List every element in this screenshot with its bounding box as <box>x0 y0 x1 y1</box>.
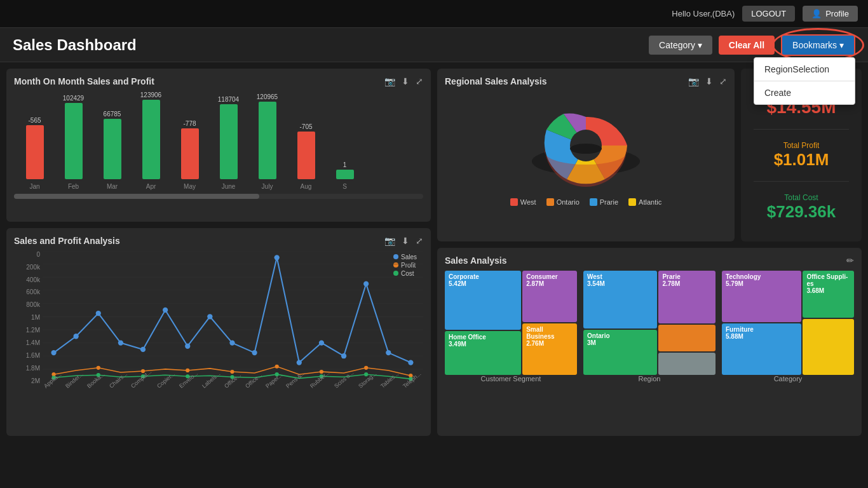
legend-atlantic: Atlantic <box>628 198 661 206</box>
camera-icon-sp[interactable]: 📷 <box>384 236 395 246</box>
candle-jan: -565 Jan <box>17 117 52 190</box>
bookmark-item-region[interactable]: RegionSelection <box>754 58 855 81</box>
total-cost-value: $729.36k <box>754 202 849 222</box>
candle-s: 1 S <box>327 161 362 190</box>
legend-ontario: Ontario <box>546 198 580 206</box>
download-icon-sp[interactable]: ⬇ <box>402 236 409 246</box>
candle-may: -778 May <box>172 120 207 190</box>
treemap-cell-homeoffice: Home Office 3.49M <box>445 331 521 375</box>
total-profit-label: Total Profit <box>754 141 849 150</box>
scrollbar-thumb <box>14 194 259 199</box>
download-icon-rs[interactable]: ⬇ <box>705 76 713 86</box>
user-icon: 👤 <box>811 9 822 18</box>
treemap-cell-smallbusiness: Small Business 2.76M <box>522 323 577 375</box>
x-axis: Applia... Binder... Booka... Chairs... C… <box>43 384 423 397</box>
candle-mar: 66785 Mar <box>95 111 130 190</box>
expand-icon[interactable]: ⤢ <box>416 76 423 86</box>
svg-point-18 <box>207 314 212 319</box>
treemap-category: Technology 5.79M Furniture 5.88M Office … <box>722 271 854 385</box>
sp-title: Sales and Profit Analysis <box>14 236 120 246</box>
treemap-region-title: Region <box>583 375 715 383</box>
svg-point-33 <box>275 364 279 368</box>
pie-legend: West Ontario Prarie Atlantic <box>510 198 661 206</box>
month-on-month-panel: Month On Month Sales and Profit 📷 ⬇ ⤢ -5… <box>6 69 431 222</box>
page-title: Sales Dashboard <box>13 36 137 54</box>
greeting-text: Hello User,(DBA) <box>672 9 735 18</box>
rs-title: Regional Sales Analysis <box>445 76 547 86</box>
svg-point-19 <box>229 340 234 345</box>
treemap-cell-consumer: Consumer 2.87M <box>522 271 577 322</box>
treemap-cell-officesupplies: Office Suppli-es 3.68M <box>803 271 854 318</box>
right-column: Regional Sales Analysis 📷 ⬇ ⤢ <box>437 69 862 436</box>
bookmark-item-create[interactable]: Create <box>754 81 855 104</box>
svg-point-25 <box>363 281 369 286</box>
sa-icons: ✏ <box>846 255 854 266</box>
expand-icon-sp[interactable]: ⤢ <box>416 236 423 246</box>
category-button[interactable]: Category ▾ <box>649 36 712 55</box>
svg-point-14 <box>118 340 123 345</box>
expand-icon-rs[interactable]: ⤢ <box>719 76 727 86</box>
svg-point-35 <box>364 365 368 369</box>
pencil-icon-sa[interactable]: ✏ <box>846 255 854 266</box>
top-nav: Hello User,(DBA) LOGOUT 👤 Profile <box>0 0 868 28</box>
camera-icon[interactable]: 📷 <box>384 76 395 86</box>
svg-point-26 <box>386 350 391 355</box>
legend-prarie: Prarie <box>590 198 618 206</box>
svg-point-20 <box>252 350 257 355</box>
panel-header-sa: Sales Analysis ✏ <box>445 255 854 266</box>
treemap-region: West 3.54M Ontario 3M Prarie 2.78M <box>583 271 715 385</box>
left-column: Month On Month Sales and Profit 📷 ⬇ ⤢ -5… <box>6 69 431 436</box>
clear-all-button[interactable]: Clear All <box>719 36 775 55</box>
sales-analysis-panel: Sales Analysis ✏ Corporate 5.42M <box>437 248 862 436</box>
svg-point-12 <box>74 334 79 339</box>
svg-point-22 <box>297 360 302 365</box>
regional-sales-panel: Regional Sales Analysis 📷 ⬇ ⤢ <box>437 69 735 241</box>
svg-point-48 <box>570 144 602 154</box>
candle-july: 120965 July <box>250 93 285 190</box>
treemap-container: Corporate 5.42M Home Office 3.49M Con <box>445 271 854 385</box>
svg-point-29 <box>97 365 100 369</box>
bookmarks-button[interactable]: Bookmarks ▾ <box>781 34 855 56</box>
camera-icon-rs[interactable]: 📷 <box>688 76 699 86</box>
header-controls: Category ▾ Clear All Bookmarks ▾ RegionS… <box>649 34 855 56</box>
svg-point-17 <box>185 343 190 348</box>
treemap-cell-corporate: Corporate 5.42M <box>445 271 521 330</box>
candle-june: 118704 June <box>211 96 246 190</box>
svg-point-15 <box>140 346 146 351</box>
line-chart-svg <box>43 251 423 383</box>
treemap-cell-ontario: Ontario 3M <box>583 330 657 375</box>
rs-icons: 📷 ⬇ ⤢ <box>688 76 727 86</box>
panel-header-sp: Sales and Profit Analysis 📷 ⬇ ⤢ <box>14 236 423 246</box>
pie-chart-svg <box>516 104 656 193</box>
mom-title: Month On Month Sales and Profit <box>14 76 154 86</box>
sales-profit-panel: Sales and Profit Analysis 📷 ⬇ ⤢ Sales <box>6 228 431 436</box>
logout-button[interactable]: LOGOUT <box>742 6 795 22</box>
line-chart-wrapper: Sales Profit Cost 2M 1.8M 1.6M <box>14 251 423 397</box>
svg-point-27 <box>408 360 413 365</box>
treemap-cell-prarie: Prarie 2.78M <box>658 271 715 323</box>
y-axis: 2M 1.8M 1.6M 1.4M 1.2M 1M 800k 600k 400k… <box>14 251 43 384</box>
panel-header-rs: Regional Sales Analysis 📷 ⬇ ⤢ <box>445 76 727 86</box>
svg-point-16 <box>163 307 168 312</box>
candlestick-chart-area: -565 Jan 102429 Feb 66785 Mar <box>14 92 423 206</box>
treemap-cell-west: West 3.54M <box>583 271 657 329</box>
panel-header-mom: Month On Month Sales and Profit 📷 ⬇ ⤢ <box>14 76 423 86</box>
treemap-cell-furniture: Furniture 5.88M <box>722 323 801 375</box>
legend-west: West <box>510 198 536 206</box>
svg-point-23 <box>319 340 324 345</box>
svg-point-11 <box>51 350 56 355</box>
header-bar: Sales Dashboard Category ▾ Clear All Boo… <box>0 28 868 62</box>
treemap-cs-title: Customer Segment <box>445 375 577 383</box>
treemap-category-title: Category <box>722 375 854 383</box>
pie-chart-area: West Ontario Prarie Atlantic <box>445 92 727 219</box>
sp-icons: 📷 ⬇ ⤢ <box>384 236 423 246</box>
treemap-cell-cat-yellow <box>803 319 854 375</box>
treemap-cell-region-other <box>658 325 715 351</box>
download-icon[interactable]: ⬇ <box>402 76 409 86</box>
bookmarks-dropdown: RegionSelection Create <box>754 57 855 105</box>
chart-scrollbar[interactable] <box>14 194 423 199</box>
mom-icons: 📷 ⬇ ⤢ <box>384 76 423 86</box>
total-profit-value: $1.01M <box>754 150 849 170</box>
profile-button[interactable]: 👤 Profile <box>803 6 858 22</box>
total-profit-block: Total Profit $1.01M <box>754 141 849 170</box>
